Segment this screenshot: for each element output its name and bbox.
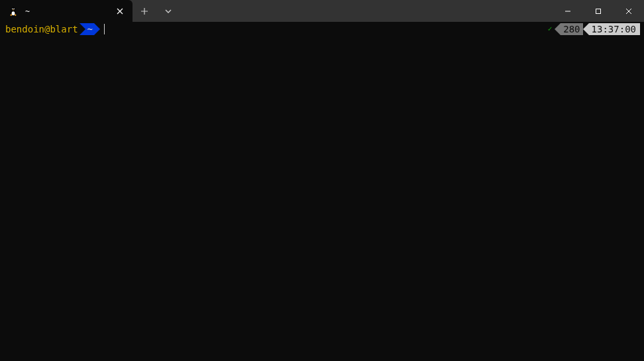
tab-dropdown-button[interactable]	[156, 0, 180, 22]
terminal-tab[interactable]: ~	[0, 0, 133, 22]
tux-icon	[8, 6, 19, 17]
chevron-down-icon	[164, 7, 172, 15]
clock-time: 13:37:00	[589, 23, 640, 35]
close-icon	[625, 8, 632, 15]
new-tab-button[interactable]	[133, 0, 156, 22]
maximize-icon	[595, 8, 602, 15]
maximize-button[interactable]	[583, 0, 614, 22]
powerline-separator-icon	[555, 23, 561, 35]
titlebar-drag-area[interactable]	[180, 0, 553, 22]
prompt-user-host: bendoin@blart	[4, 23, 80, 35]
powerline-separator-icon	[94, 23, 100, 35]
svg-rect-7	[596, 9, 601, 13]
prompt-right: ✓ 280 13:37:00	[548, 23, 640, 35]
minimize-button[interactable]	[553, 0, 583, 22]
svg-point-2	[12, 11, 15, 15]
minimize-icon	[564, 8, 571, 15]
history-count: 280	[561, 23, 582, 35]
tab-title: ~	[25, 7, 114, 16]
prompt-line: bendoin@blart ~ ✓ 280 13:37:00	[4, 23, 640, 35]
terminal-viewport[interactable]: bendoin@blart ~ ✓ 280 13:37:00	[0, 22, 644, 361]
plus-icon	[140, 7, 148, 15]
powerline-separator-icon	[80, 23, 85, 35]
status-success-icon: ✓	[548, 23, 553, 35]
close-icon	[117, 8, 123, 15]
text-cursor	[104, 24, 105, 34]
powerline-separator-icon	[583, 23, 589, 35]
svg-point-6	[14, 9, 15, 9]
svg-point-5	[13, 9, 13, 9]
window-close-button[interactable]	[614, 0, 644, 22]
prompt-left: bendoin@blart ~	[4, 23, 105, 35]
window-controls	[553, 0, 644, 22]
tab-close-button[interactable]	[114, 5, 126, 17]
titlebar: ~	[0, 0, 644, 22]
